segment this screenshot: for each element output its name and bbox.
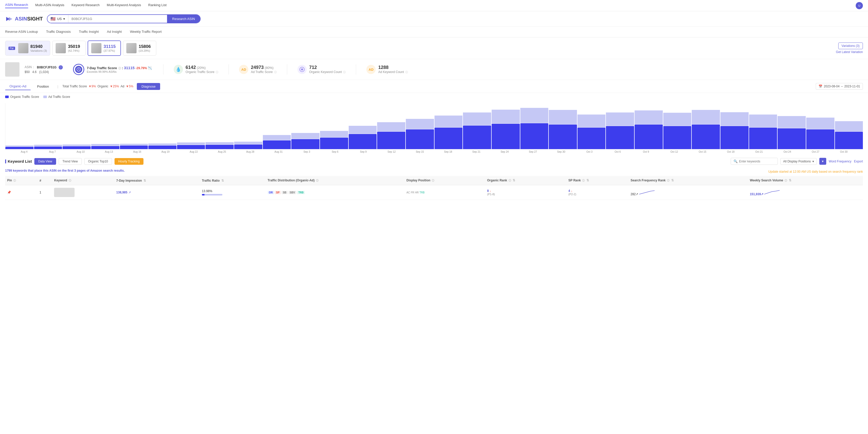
bar-group-5: [148, 144, 177, 149]
user-avatar[interactable]: U: [856, 2, 863, 9]
total-traffic-change: ▼9%: [88, 85, 96, 88]
chart-label-3: Aug 13: [95, 150, 123, 153]
bar-organic-0: [5, 147, 34, 149]
price-row: $50 4.6 (1,024): [25, 70, 63, 74]
nav-multi-keyword[interactable]: Multi-Keyword Analysis: [107, 3, 141, 8]
bar-organic-2: [63, 146, 91, 149]
sp-rank-trend: ↓: [571, 189, 572, 192]
chart-label-16: Sep 21: [462, 150, 490, 153]
divider-2: [228, 64, 229, 74]
country-selector[interactable]: 🇺🇸 US ▾: [48, 15, 68, 23]
traffic-score-change: -29.79%: [135, 66, 147, 70]
cell-pin[interactable]: 📌: [5, 185, 37, 200]
tab-traffic-insight[interactable]: Traffic Insight: [75, 27, 103, 37]
bar-organic-27: [778, 128, 806, 149]
analysis-tab-position[interactable]: Position: [33, 83, 53, 90]
traffic-ratio-value: 13.98%: [202, 189, 264, 195]
get-latest-variation[interactable]: Get Latest Variation: [836, 50, 863, 54]
ad-icon: AD: [239, 65, 248, 74]
date-range-picker[interactable]: 📅 2023-08-04 – 2023-11-01: [816, 83, 863, 90]
keyword-organic-icon: [298, 65, 307, 74]
bar-group-19: [549, 110, 577, 149]
chart-label-25: Oct 18: [717, 150, 745, 153]
col-traffic-ratio[interactable]: Traffic Ratio ⇅: [200, 176, 266, 185]
cell-sp-rank: 4 ↓ (P2-2): [566, 185, 629, 200]
weekly-vol-sort-icon: ⇅: [789, 179, 792, 182]
variant-card-2[interactable]: 31115 (37.97%): [88, 40, 121, 56]
organic-icon: 💧: [174, 65, 183, 74]
variations-button[interactable]: Variations (3): [838, 42, 863, 49]
display-position-select[interactable]: All Display Positions ▾: [780, 158, 817, 165]
bar-ad-8: [234, 142, 262, 144]
col-impression[interactable]: 7-Day Impression ⇅: [114, 176, 200, 185]
nav-asin-research[interactable]: ASIN Research: [5, 3, 28, 8]
export-button[interactable]: Export: [854, 160, 863, 163]
keyword-search-input[interactable]: [739, 160, 775, 163]
col-display-pos: Display Position ⓘ: [404, 176, 485, 185]
tab-weekly-traffic[interactable]: Weekly Traffic Report: [126, 27, 166, 37]
bar-group-28: [806, 118, 834, 149]
table-body: 📌 1 138,985 ↗ 13.98%: [5, 185, 863, 200]
chevron-down-icon: ▾: [812, 160, 814, 163]
impression-value[interactable]: 138,985: [116, 191, 127, 194]
search-freq-num: 282↗: [630, 192, 638, 196]
trend-view-button[interactable]: Trend View: [59, 158, 82, 165]
variant-card-3[interactable]: 15806 (19.29%): [123, 41, 156, 56]
chart-label-26: Oct 21: [745, 150, 773, 153]
display-dropdown-button[interactable]: ▾: [819, 158, 826, 165]
cell-weekly-vol: 151,939↗: [748, 185, 863, 200]
tab-reverse-asin[interactable]: Reverse ASIN Lookup: [5, 27, 42, 37]
bar-organic-21: [606, 126, 634, 149]
divider-4: [356, 64, 356, 74]
bar-ad-2: [63, 145, 91, 146]
bar-group-23: [663, 113, 691, 149]
keyword-info-row: 1799 keywords that place this ASIN on th…: [5, 167, 863, 176]
nav-ranking-list[interactable]: Ranking List: [148, 3, 167, 8]
chart-label-0: Aug 4: [10, 150, 38, 153]
traffic-bar: [202, 194, 222, 195]
bar-group-27: [778, 116, 806, 149]
chart-label-11: Sep 6: [321, 150, 349, 153]
bar-organic-3: [91, 146, 119, 149]
col-search-freq[interactable]: Search Frequency Rank ⓘ ⇅: [628, 176, 748, 185]
search-freq-trend-chart: [639, 189, 655, 195]
nav-keyword-research[interactable]: Keyword Research: [71, 3, 100, 8]
cell-traffic-ratio: 13.98%: [200, 185, 266, 200]
asin-search-input[interactable]: [68, 15, 167, 23]
calendar-icon: 📅: [818, 85, 823, 88]
diagnose-button[interactable]: Diagnose: [137, 83, 160, 90]
chevron-down-icon: ▾: [63, 17, 65, 21]
legend-organic-label: Organic Traffic Score: [10, 95, 39, 99]
tab-ad-insight[interactable]: Ad Insight: [103, 27, 126, 37]
display-tags: OR SP SB SBV TRB: [268, 191, 402, 194]
ad-traffic-num: 24973: [251, 65, 264, 70]
variant-card-1[interactable]: 35019 (42.74%): [52, 41, 86, 56]
nav-multi-asin[interactable]: Multi-ASIN Analysis: [35, 3, 64, 8]
bar-ad-20: [578, 115, 606, 127]
research-asin-button[interactable]: Research ASIN: [167, 15, 200, 23]
top-nav: ASIN Research Multi-ASIN Analysis Keywor…: [0, 0, 868, 11]
ad-traffic-help-icon: ⓘ: [274, 71, 277, 73]
chart-label-13: Sep 12: [378, 150, 405, 153]
variant-img-2: [91, 43, 101, 53]
asin-row: ASIN： B0BCFJF51G ⓘ: [25, 65, 63, 69]
svg-marker-1: [9, 17, 12, 21]
col-weekly-vol[interactable]: Weekly Search Volume ⓘ ⇅: [748, 176, 863, 185]
traffic-score-value: 31115: [124, 66, 135, 70]
variant-card-0[interactable]: Par 81940 Variations (3): [5, 41, 50, 56]
bar-group-11: [320, 131, 348, 149]
ad-traffic-pct: (80%): [265, 66, 274, 70]
word-frequency-button[interactable]: Word Frequency: [829, 160, 851, 163]
col-organic-rank[interactable]: Organic Rank ⓘ ⇅: [485, 176, 566, 185]
analysis-tab-organic-ad[interactable]: Organic-Ad: [5, 83, 31, 90]
data-view-button[interactable]: Data View: [34, 158, 56, 165]
svg-line-4: [79, 69, 80, 70]
col-sp-rank[interactable]: SP Rank ⓘ ⇅: [566, 176, 629, 185]
total-traffic-label: Total Traffic Score: [62, 85, 87, 88]
tab-traffic-diagnosis[interactable]: Traffic Diagnosis: [42, 27, 75, 37]
hourly-tracking-button[interactable]: Hourly Tracking: [115, 158, 144, 165]
bar-group-9: [263, 135, 291, 149]
organic-top10-button[interactable]: Organic Top10: [84, 158, 112, 165]
sp-rank-num: 4: [568, 189, 570, 193]
organic-traffic-label: Organic Traffic Score ⓘ: [185, 70, 218, 74]
